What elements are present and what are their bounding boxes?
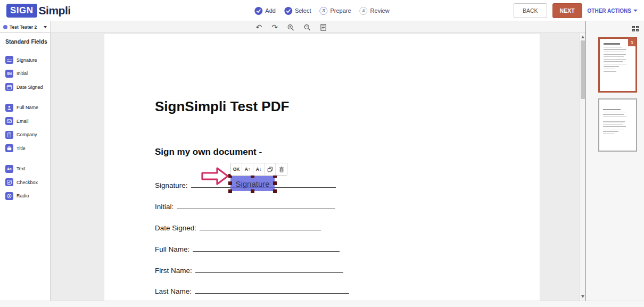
email-icon (5, 117, 13, 125)
sidebar-item-text[interactable]: Aa Text (5, 162, 50, 176)
document-canvas: SignSimpli Test PDF Sign my own document… (51, 33, 585, 301)
page-thumbnails-panel: 1 (585, 20, 644, 301)
zoom-out-icon[interactable] (304, 24, 311, 31)
document-scrollbar[interactable] (579, 33, 585, 301)
placed-signature-field[interactable]: Signature (230, 176, 275, 191)
pdf-row-last-name: Last Name: (155, 286, 349, 295)
sidebar-item-label: Company (16, 132, 37, 137)
placed-field-label: Signature (235, 179, 269, 188)
pdf-row-date-signed: Date Signed: (155, 223, 321, 232)
sidebar-title: Standard Fields (5, 38, 50, 45)
step-select-label: Select (295, 7, 311, 14)
sidebar-item-email[interactable]: Email (5, 114, 50, 128)
sidebar-item-label: Signature (16, 57, 37, 63)
fields-sidebar: Standard Fields Signature SN Initial Dat… (0, 33, 51, 301)
check-icon (254, 7, 262, 15)
step-add[interactable]: Add (254, 7, 276, 15)
page-layout-icon[interactable] (320, 24, 327, 31)
radio-icon (5, 192, 13, 200)
other-actions-dropdown[interactable]: OTHER ACTIONS (588, 8, 638, 14)
progress-steps: Add Select 3 Prepare 4 Review (254, 0, 389, 21)
step-prepare-label: Prepare (330, 7, 351, 14)
sidebar-item-radio[interactable]: Radio (5, 189, 50, 203)
last-name-blank-line (195, 286, 349, 294)
duplicate-field-button[interactable] (265, 163, 276, 175)
sidebar-item-checkbox[interactable]: Checkbox (5, 176, 50, 189)
annotation-arrow-icon (200, 165, 230, 189)
sidebar-item-label: Full Name (16, 105, 38, 110)
horizontal-scrollbar[interactable] (0, 301, 644, 307)
resize-handle[interactable] (251, 189, 254, 193)
copy-icon (267, 167, 273, 172)
step-number-badge: 3 (319, 7, 327, 15)
zoom-in-icon[interactable] (287, 24, 294, 31)
font-increase-button[interactable]: A↑ (242, 163, 253, 175)
document-toolbar: Test Tester 2 ↶ ↷ (0, 21, 585, 33)
sidebar-item-label: Date Signed (16, 85, 43, 90)
sidebar-item-signature[interactable]: Signature (5, 53, 50, 67)
page-number-badge: 1 (628, 38, 636, 46)
initial-blank-line (177, 202, 335, 209)
delete-field-button[interactable] (276, 163, 287, 175)
full-name-blank-line (193, 244, 340, 252)
checkbox-icon (5, 178, 13, 186)
field-edit-toolbar: OK A↑ A↓ (230, 163, 287, 176)
initial-icon: SN (5, 70, 13, 78)
sidebar-item-label: Title (16, 146, 26, 151)
sidebar-item-initial[interactable]: SN Initial (5, 67, 50, 81)
resize-handle[interactable] (228, 189, 232, 193)
logo-simpli-text: Simpli (39, 4, 71, 17)
next-button[interactable]: NEXT (552, 3, 582, 18)
recipient-dropdown[interactable]: Test Tester 2 (0, 21, 51, 33)
scrollbar-thumb[interactable] (581, 40, 585, 99)
step-prepare[interactable]: 3 Prepare (319, 7, 351, 15)
logo-sign-badge: SIGN (6, 4, 37, 18)
check-icon (284, 7, 292, 15)
full-name-icon (5, 104, 13, 112)
text-icon: Aa (5, 165, 13, 173)
sidebar-item-label: Checkbox (16, 180, 38, 185)
header-actions: BACK NEXT OTHER ACTIONS (514, 0, 638, 21)
step-select[interactable]: Select (284, 7, 311, 15)
sidebar-item-date-signed[interactable]: Date Signed (5, 80, 50, 94)
sidebar-item-company[interactable]: Company (5, 128, 50, 142)
sidebar-item-label: Email (16, 119, 29, 124)
page-thumbnail-1[interactable]: 1 (598, 37, 637, 93)
resize-handle[interactable] (273, 181, 277, 185)
undo-icon[interactable]: ↶ (256, 23, 262, 31)
resize-handle[interactable] (273, 189, 277, 193)
pdf-heading: Sign my own document - (155, 147, 262, 157)
recipient-name: Test Tester 2 (10, 24, 44, 30)
sidebar-item-full-name[interactable]: Full Name (5, 101, 50, 115)
sidebar-item-title[interactable]: Title (5, 142, 50, 155)
doc-tools: ↶ ↷ (256, 21, 327, 33)
pdf-row-full-name: Full Name: (155, 244, 340, 253)
other-actions-label: OTHER ACTIONS (588, 8, 631, 14)
redo-icon[interactable]: ↷ (271, 23, 278, 31)
scroll-up-arrow-icon[interactable] (581, 36, 584, 38)
signsimpli-logo[interactable]: SIGN Simpli (6, 4, 71, 18)
pdf-row-first-name: First Name: (155, 265, 343, 275)
scroll-down-arrow-icon[interactable] (581, 295, 584, 298)
signature-icon (5, 56, 13, 64)
date-signed-icon (5, 83, 13, 91)
pdf-title: SignSimpli Test PDF (155, 98, 289, 115)
thumbnail-preview (599, 99, 636, 134)
font-decrease-button[interactable]: A↓ (253, 163, 265, 175)
sidebar-item-label: Initial (16, 71, 28, 76)
page-thumbnail-2[interactable] (598, 98, 637, 152)
header: SIGN Simpli Add Select 3 Prepare 4 (0, 0, 644, 21)
pdf-row-initial: Initial: (155, 202, 335, 211)
step-review-label: Review (370, 7, 390, 14)
company-icon (5, 131, 13, 139)
trash-icon (279, 167, 284, 172)
field-ok-button[interactable]: OK (231, 163, 242, 175)
back-button[interactable]: BACK (514, 3, 547, 18)
step-add-label: Add (265, 7, 276, 14)
step-review[interactable]: 4 Review (360, 7, 390, 15)
chevron-down-icon (44, 26, 47, 28)
recipient-color-dot (3, 25, 7, 29)
title-icon (5, 144, 13, 152)
signature-field-group: Signature SN Initial Date Signed (5, 53, 50, 94)
grid-view-icon[interactable] (632, 26, 639, 32)
